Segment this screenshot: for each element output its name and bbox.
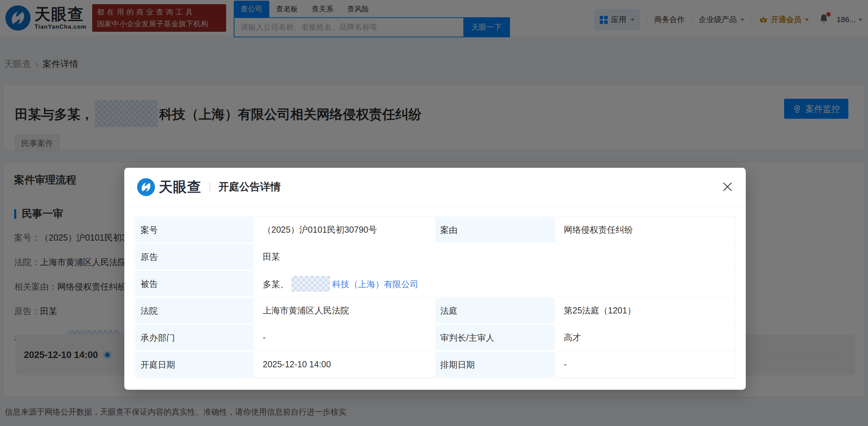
modal-header-divider — [210, 182, 210, 193]
table-row: 原告 田某 — [135, 243, 735, 270]
defendant-company-link[interactable]: 科技（上海）有限公司 — [332, 279, 418, 289]
label-court: 法院 — [135, 297, 254, 324]
value-hearing-date: 2025-12-10 14:00 — [254, 351, 435, 378]
modal-brand-name: 天眼查 — [159, 177, 201, 196]
table-row: 法院 上海市黄浦区人民法院 法庭 第25法庭（1201） — [135, 297, 735, 324]
label-cause: 案由 — [435, 216, 556, 243]
value-cause: 网络侵权责任纠纷 — [556, 216, 735, 243]
value-court: 上海市黄浦区人民法院 — [254, 297, 435, 324]
hearing-detail-table: 案号 （2025）沪0101民初30790号 案由 网络侵权责任纠纷 原告 田某… — [135, 216, 735, 378]
modal-body: 案号 （2025）沪0101民初30790号 案由 网络侵权责任纠纷 原告 田某… — [124, 206, 746, 378]
redacted-company-name — [291, 276, 330, 292]
label-courtroom: 法庭 — [435, 297, 556, 324]
tianyancha-logo-icon — [137, 178, 155, 196]
label-defendant: 被告 — [135, 270, 254, 297]
value-courtroom: 第25法庭（1201） — [556, 297, 735, 324]
value-plaintiff: 田某 — [254, 243, 735, 270]
modal-close-button[interactable] — [722, 181, 733, 193]
close-icon — [722, 181, 733, 193]
label-scheduling-date: 排期日期 — [435, 351, 556, 378]
label-presiding-judge: 审判长/主审人 — [435, 324, 556, 351]
label-handling-department: 承办部门 — [135, 324, 254, 351]
page: 天眼查 TianYanCha.com 都在用的商业查询工具 国家中小企业发展子基… — [0, 0, 868, 426]
label-hearing-date: 开庭日期 — [135, 351, 254, 378]
hearing-detail-modal: 天眼查 开庭公告详情 案号 （2025）沪0101民初30790号 案由 网络侵… — [124, 168, 746, 390]
value-handling-department: - — [254, 324, 435, 351]
modal-title: 开庭公告详情 — [219, 180, 281, 194]
label-case-number: 案号 — [135, 216, 254, 243]
table-row: 承办部门 - 审判长/主审人 高才 — [135, 324, 735, 351]
value-case-number: （2025）沪0101民初30790号 — [254, 216, 435, 243]
label-plaintiff: 原告 — [135, 243, 254, 270]
defendant-person: 多某、 — [263, 279, 289, 289]
value-scheduling-date: - — [556, 351, 735, 378]
table-row: 案号 （2025）沪0101民初30790号 案由 网络侵权责任纠纷 — [135, 216, 735, 243]
table-row: 被告 多某、科技（上海）有限公司 — [135, 270, 735, 297]
modal-header: 天眼查 开庭公告详情 — [124, 168, 746, 206]
value-defendant: 多某、科技（上海）有限公司 — [254, 270, 735, 297]
value-presiding-judge: 高才 — [556, 324, 735, 351]
table-row: 开庭日期 2025-12-10 14:00 排期日期 - — [135, 351, 735, 378]
